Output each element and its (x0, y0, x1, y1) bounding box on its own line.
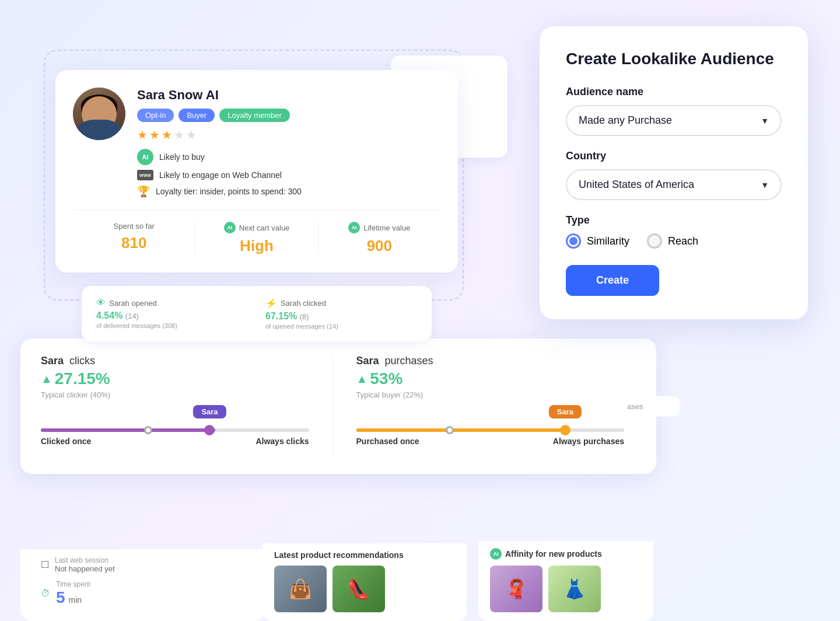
country-value: United States of America (579, 179, 694, 191)
chevron-down-country-icon: ▼ (761, 180, 769, 190)
star-2: ★ (149, 128, 160, 142)
engagement-opened-sub: of delivered messages (308) (96, 322, 248, 329)
arrow-up-clicks: ▲ (41, 372, 52, 386)
stat-cart: AI Next cart value High (195, 222, 318, 255)
clicks-fill (41, 428, 215, 432)
badge-loyalty: Loyalty member (219, 109, 289, 122)
lookalike-panel: Create Lookalike Audience Audience name … (540, 26, 808, 319)
products-title: Latest product recommendations (274, 550, 455, 560)
behavior-clicks-section: Sara clicks ▲ 27.15% Typical clicker (40… (41, 355, 333, 458)
type-label: Type (566, 214, 782, 226)
type-similarity[interactable]: Similarity (566, 233, 629, 249)
behavior-purchases-section: Sara purchases ▲ 53% Typical buyer (22%)… (333, 355, 636, 458)
purchases-right-label: Always purchases (553, 437, 624, 446)
profile-traits: AI Likely to buy WWW Likely to engage on… (137, 149, 440, 198)
purchases-fill (356, 428, 571, 432)
bottom-info-card: ☐ Last web session Not happened yet ⏱ Ti… (20, 549, 265, 621)
badge-buyer: Buyer (178, 109, 215, 122)
chevron-down-icon: ▼ (761, 116, 769, 125)
engagement-clicked-label: ⚡ Sarah clicked (265, 298, 417, 309)
avatar (73, 88, 125, 140)
audience-name-value: Made any Purchase (579, 114, 672, 127)
star-1: ★ (137, 128, 148, 142)
session-value: Not happened yet (55, 564, 115, 573)
scarf-icon: 🧣 (490, 566, 542, 612)
trait-loyalty-tier: 🏆 Loyalty tier: insider, points to spend… (137, 185, 440, 198)
engagement-clicked: ⚡ Sarah clicked 67.15% (8) of opened mes… (265, 298, 417, 330)
purchases-track (356, 428, 625, 432)
clicks-labels: Clicked once Always clicks (41, 437, 309, 446)
time-label: Time spent (56, 580, 90, 588)
clicks-right-label: Always clicks (256, 437, 309, 446)
trophy-icon: 🏆 (137, 185, 150, 198)
ai-badge-affinity: AI (490, 548, 502, 560)
engagement-clicked-percent: 67.15% (8) (265, 311, 417, 322)
info-session: ☐ Last web session Not happened yet (41, 556, 245, 573)
stat-cart-label: AI Next cart value (204, 222, 309, 233)
clicks-left-label: Clicked once (41, 437, 91, 446)
badges: Opt-in Buyer Loyalty member (137, 109, 440, 122)
clicks-slider: Sara Clicked once Always clicks (41, 428, 309, 446)
type-similarity-label: Similarity (587, 235, 629, 247)
profile-name: Sara Snow AI (137, 88, 440, 103)
star-4-empty: ★ (174, 128, 184, 142)
profile-card: Sara Snow AI Opt-in Buyer Loyalty member… (55, 70, 458, 273)
trait-web-channel: WWW Likely to engage on Web Channel (137, 170, 440, 180)
ai-icon: AI (137, 149, 153, 165)
bottom-info-items: ☐ Last web session Not happened yet ⏱ Ti… (41, 556, 245, 610)
purchases-labels: Purchased once Always purchases (356, 437, 625, 446)
behavior-purchases-title: Sara purchases (356, 355, 625, 367)
sara-label-purchases: Sara (549, 405, 582, 418)
create-button[interactable]: Create (566, 265, 659, 296)
ai-badge-lifetime: AI (348, 222, 360, 233)
engagement-card: 👁 Sarah opened 4.54% (14) of delivered m… (82, 286, 432, 341)
ai-badge-cart: AI (224, 222, 236, 233)
star-5-empty: ★ (186, 128, 197, 142)
engagement-opened: 👁 Sarah opened 4.54% (14) of delivered m… (96, 298, 248, 330)
purchases-midpoint (446, 426, 454, 434)
shoes-icon: 👠 (332, 566, 385, 612)
clicks-track (41, 428, 309, 432)
star-3: ★ (162, 128, 172, 142)
affinity-section: AI Affinity for new products 🧣 👗 (478, 541, 653, 621)
time-unit: min (69, 595, 82, 605)
affinity-scarf: 🧣 (490, 566, 542, 612)
purchases-thumb (560, 425, 570, 435)
cutoff-text: ases (621, 396, 680, 417)
session-label: Last web session (55, 556, 115, 564)
audience-name-label: Audience name (566, 86, 782, 98)
type-section: Type Similarity Reach (566, 214, 782, 249)
stat-spent: Spent so far 810 (73, 222, 195, 255)
behavior-purchases-percent: ▲ 53% (356, 369, 625, 388)
audience-name-dropdown[interactable]: Made any Purchase ▼ (566, 105, 782, 136)
behavior-card: Sara clicks ▲ 27.15% Typical clicker (40… (20, 339, 656, 474)
type-options: Similarity Reach (566, 233, 782, 249)
stat-lifetime-value: 900 (327, 237, 432, 255)
stat-spent-label: Spent so far (82, 222, 186, 231)
engagement-opened-percent: 4.54% (14) (96, 310, 248, 321)
engagement-clicked-sub: of opened messages (14) (265, 323, 417, 330)
bag-icon: 👜 (274, 566, 327, 612)
clicks-thumb (204, 425, 215, 435)
purchases-slider: Sara Purchased once Always purchases (356, 428, 625, 446)
type-reach[interactable]: Reach (647, 233, 698, 249)
session-icon: ☐ (41, 559, 49, 570)
affinity-title: AI Affinity for new products (490, 548, 642, 560)
trait-likely-buy: AI Likely to buy (137, 149, 440, 165)
purchases-left-label: Purchased once (356, 437, 419, 446)
cursor-icon: ⚡ (265, 298, 277, 309)
products-section: Latest product recommendations 👜 👠 (262, 543, 467, 621)
profile-info: Sara Snow AI Opt-in Buyer Loyalty member… (137, 88, 440, 198)
behavior-clicks-typical: Typical clicker (40%) (41, 390, 309, 399)
country-label: Country (566, 150, 782, 162)
affinity-skirt: 👗 (548, 566, 601, 612)
panel-title: Create Lookalike Audience (566, 50, 782, 68)
country-dropdown[interactable]: United States of America ▼ (566, 169, 782, 200)
badge-optin: Opt-in (137, 109, 174, 122)
radio-similarity-inner (569, 237, 578, 245)
info-time: ⏱ Time spent 5 min (41, 580, 245, 607)
time-value: 5 (56, 588, 65, 607)
stat-spent-value: 810 (82, 234, 186, 252)
main-scene: ponses ikely to e ign:Shoppinggn Sara Sn… (0, 0, 840, 621)
star-rating: ★ ★ ★ ★ ★ (137, 128, 440, 142)
